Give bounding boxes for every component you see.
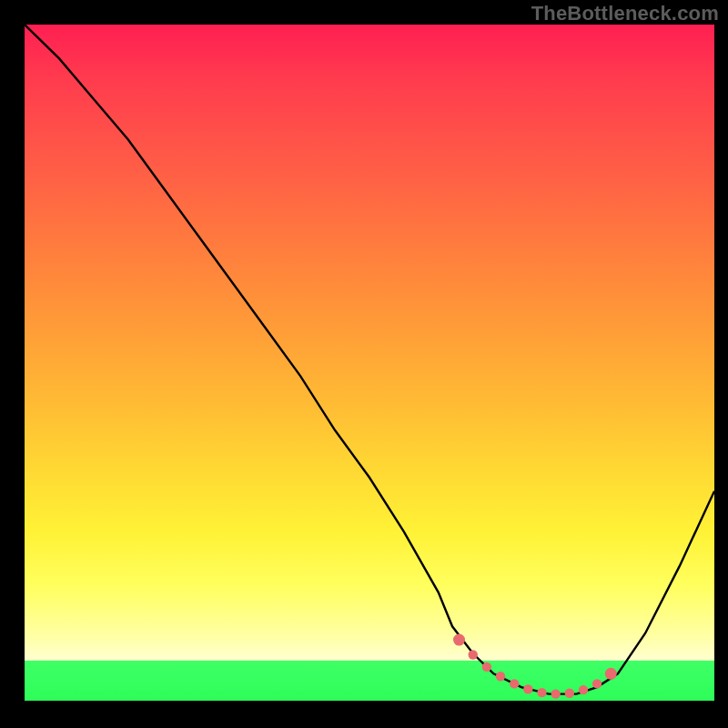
curve-svg: [25, 25, 714, 701]
plot-area: [25, 25, 714, 701]
optimal-dot: [592, 679, 602, 688]
optimal-dot: [605, 668, 617, 680]
optimal-dot: [469, 650, 478, 659]
bottleneck-curve-path: [25, 25, 714, 694]
optimal-dot: [579, 685, 588, 694]
optimal-dot: [453, 634, 465, 646]
optimal-dot: [551, 689, 561, 698]
optimal-dot: [482, 662, 491, 672]
optimal-dot: [510, 679, 519, 688]
optimal-dot: [537, 688, 546, 697]
optimal-dot: [523, 684, 532, 693]
optimal-dot: [496, 672, 505, 681]
watermark-text: TheBottleneck.com: [531, 2, 719, 25]
chart-container: TheBottleneck.com: [0, 0, 728, 728]
optimal-dot: [565, 689, 574, 698]
